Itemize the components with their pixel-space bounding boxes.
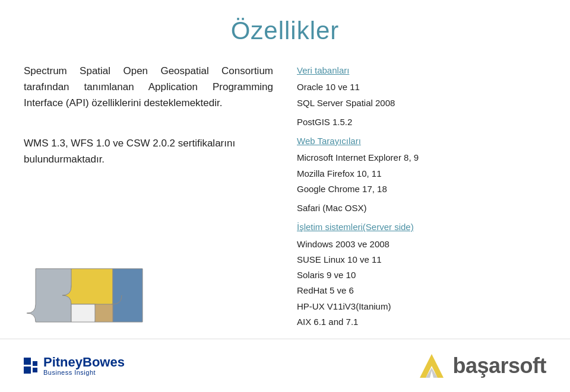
browser-item-1: Microsoft Internet Explorer 8, 9: [297, 150, 546, 165]
svg-marker-0: [420, 354, 444, 378]
basarsoft-name: başarsoft: [452, 353, 546, 378]
db-item-2: SQL Server Spatial 2008: [297, 95, 546, 111]
browser-item-2: Mozilla Firefox 10, 11: [297, 166, 546, 181]
os-heading: İşletim sistemleri(Server side): [297, 219, 546, 235]
db-heading: Veri tabanları: [297, 63, 546, 78]
pitney-name: PitneyBowes: [43, 356, 125, 369]
db-item-1: Oracle 10 ve 11: [297, 79, 546, 95]
os-item-1: Windows 2003 ve 2008: [297, 237, 546, 252]
os-item-2: SUSE Linux 10 ve 11: [297, 252, 546, 267]
os-item-6: AIX 6.1 and 7.1: [297, 314, 546, 330]
right-column: Veri tabanları Oracle 10 ve 11 SQL Serve…: [297, 57, 546, 330]
pitney-sub: Business Insight: [43, 369, 125, 376]
os-item-4: RedHat 5 ve 6: [297, 283, 546, 298]
browser-item-3: Google Chrome 17, 18: [297, 181, 546, 197]
pitney-bowes-logo: PitneyBowes Business Insight: [24, 356, 125, 376]
db-item-3: PostGIS 1.5.2: [297, 114, 546, 130]
bottom-bar: PitneyBowes Business Insight başarsoft: [0, 339, 570, 392]
os-item-3: Solaris 9 ve 10: [297, 267, 546, 283]
pb-text: PitneyBowes Business Insight: [43, 356, 125, 376]
os-item-5: HP-UX V11iV3(Itanium): [297, 299, 546, 314]
pb-icon: [24, 358, 37, 374]
page-title: Özellikler: [0, 0, 570, 57]
puzzle-graphic: [24, 245, 154, 340]
basarsoft-icon: [417, 351, 446, 381]
browser-item-4: Safari (Mac OSX): [297, 200, 546, 216]
intro-text: Spectrum Spatial Open Geospatial Consort…: [24, 63, 273, 111]
browser-heading: Web Tarayıcıları: [297, 133, 546, 149]
wms-text: WMS 1.3, WFS 1.0 ve CSW 2.0.2 sertifikal…: [24, 135, 273, 167]
basarsoft-logo: başarsoft: [417, 351, 546, 381]
